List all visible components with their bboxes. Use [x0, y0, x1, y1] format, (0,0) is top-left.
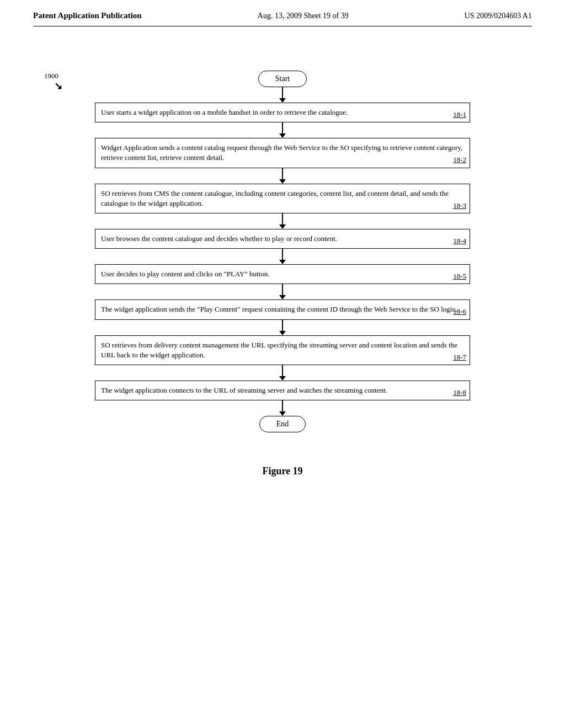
arrow-0 [279, 87, 286, 103]
header-date-sheet: Aug. 13, 2009 Sheet 19 of 39 [258, 12, 349, 20]
step-18-4: User browses the content catalogue and d… [95, 229, 470, 249]
arrow-2 [279, 168, 286, 184]
arrow-3 [279, 213, 286, 229]
step-18-1: User starts a widget application on a mo… [95, 103, 470, 122]
arrow-4 [279, 249, 286, 264]
figure-caption: Figure 19 [33, 465, 532, 477]
step-18-8: The widget application connects to the U… [95, 381, 470, 400]
header-publication-title: Patent Application Publication [33, 11, 142, 20]
page-container: Patent Application Publication Aug. 13, … [0, 0, 565, 728]
step-18-3: SO retrieves from CMS the content catalo… [95, 184, 470, 213]
header-patent-number: US 2009/0204603 A1 [465, 12, 532, 20]
arrow-8 [279, 400, 286, 416]
page-header: Patent Application Publication Aug. 13, … [33, 11, 532, 26]
step-18-5: User decides to play content and clicks … [95, 264, 470, 284]
end-oval: End [259, 416, 306, 432]
arrow-5 [279, 284, 286, 299]
step-18-2: Widget Application sends a content catal… [95, 138, 470, 168]
start-oval: Start [258, 71, 307, 87]
arrow-1 [279, 122, 286, 138]
step-18-7: SO retrieves from delivery content manag… [95, 335, 470, 365]
arrow-6 [279, 320, 286, 335]
flowchart: Start User starts a widget application o… [33, 71, 532, 432]
arrow-7 [279, 365, 286, 381]
step-18-6: The widget application sends the "Play C… [95, 299, 470, 319]
